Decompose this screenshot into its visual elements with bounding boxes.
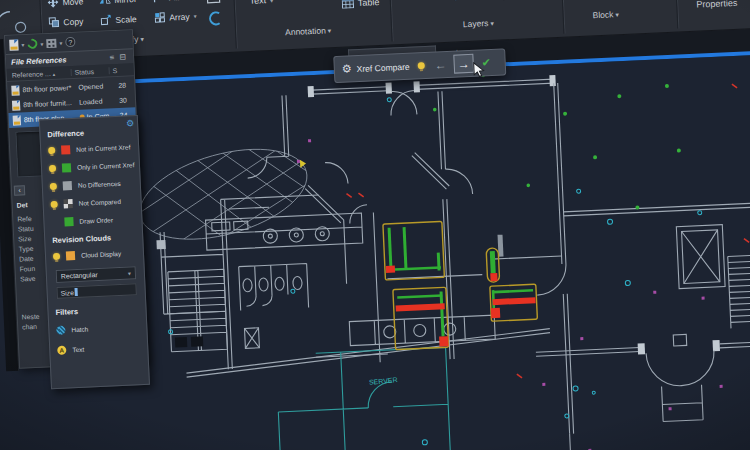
bulb-icon[interactable] (48, 147, 55, 154)
dwg-file-icon (12, 100, 20, 110)
detail-field-label: Save (20, 275, 36, 283)
ribbon-divider (560, 0, 564, 34)
table-label: Table (358, 0, 380, 7)
xref-compare-settings-panel: ⚙ Difference Not in Current Xref Only in… (39, 115, 150, 389)
xref-settings-gear-icon[interactable]: ⚙ (342, 63, 352, 74)
array-label: Array (169, 11, 190, 22)
details-header: Det (17, 201, 28, 208)
size-column-header[interactable]: S (108, 66, 133, 74)
scale-button[interactable]: Scale (100, 13, 137, 26)
fillet-label: Fillet (168, 0, 186, 2)
move-icon (47, 0, 58, 8)
table-icon (342, 0, 354, 9)
green-swatch (62, 163, 71, 172)
status-column-header[interactable]: Status (71, 67, 109, 76)
yellow-marker (300, 159, 306, 167)
xref-highlight-bulb-icon[interactable] (417, 62, 424, 69)
panel-gear-icon[interactable]: ⚙ (126, 118, 135, 128)
fillet-icon (153, 0, 164, 3)
array-icon (154, 12, 165, 23)
attach-dwg-icon[interactable] (9, 39, 18, 50)
modify-extra-icons[interactable] (205, 0, 223, 28)
detail-field-label: Statu (18, 225, 34, 233)
building-dropdown-chevron[interactable]: ▾ (59, 39, 62, 46)
screenshot-stage: Move Copy Mirror Scale Fillet▾ Array▾ Mo… (0, 0, 750, 450)
layer-properties-button[interactable]: Layer Properties (397, 0, 438, 2)
cloud-size-input[interactable]: Size (56, 283, 136, 299)
reference-column-header[interactable]: Reference ... ▴ (7, 69, 71, 79)
help-icon[interactable]: ? (65, 37, 75, 47)
red-swatch (61, 145, 70, 154)
revision-clouds (383, 217, 539, 350)
properties-panel-label[interactable]: Properties (696, 0, 737, 10)
palette-title: File References (11, 55, 67, 67)
bulb-icon[interactable] (51, 201, 58, 208)
xref-compare-title: Xref Compare (356, 61, 409, 73)
filter-row-hatch[interactable]: Hatch (56, 325, 88, 335)
cloud-bulb-icon[interactable] (53, 253, 60, 260)
scale-icon (100, 14, 111, 25)
mirror-icon (99, 0, 110, 6)
ribbon-divider (233, 0, 237, 49)
array-dropdown-chevron[interactable]: ▾ (193, 12, 196, 19)
collapse-button[interactable]: ‹ (14, 185, 25, 195)
text-dropdown-chevron[interactable]: ▾ (270, 0, 273, 3)
legend-row-only-in-current: Only in Current Xref (49, 160, 135, 173)
list-view-icon[interactable]: ≡ (109, 52, 116, 61)
previous-difference-button[interactable]: ← (434, 59, 447, 72)
scale-label: Scale (115, 14, 137, 25)
refresh-dropdown-chevron[interactable]: ▾ (40, 40, 43, 47)
mirror-button[interactable]: Mirror (99, 0, 137, 6)
diff-green-lines (387, 221, 535, 338)
walls (150, 66, 750, 450)
filter-row-text[interactable]: A Text (57, 345, 84, 355)
text-caret (75, 288, 78, 296)
legend-row-draw-order: Draw Order (64, 215, 113, 226)
move-button[interactable]: Move (47, 0, 83, 8)
attach-dropdown-chevron[interactable]: ▾ (21, 41, 24, 48)
legend-row-no-differences: No Differences (50, 179, 121, 191)
tree-view-icon[interactable]: ⊟ (119, 52, 128, 61)
text-filter-icon: A (57, 346, 66, 355)
table-button[interactable]: Table (342, 0, 380, 9)
gray-swatch (63, 181, 72, 190)
hatch-filter-icon (56, 326, 65, 335)
detail-field-label: Size (18, 235, 32, 243)
palette-note-line: chan (22, 323, 37, 331)
diff-red-marks (386, 259, 538, 349)
array-button[interactable]: Array▾ (154, 10, 197, 23)
copy-icon (48, 17, 59, 28)
difference-header: Difference (47, 129, 84, 140)
electrical-symbols (122, 62, 750, 450)
cloud-color-swatch[interactable] (66, 251, 75, 260)
layer-properties-label: Layer Properties (397, 0, 432, 2)
fillet-button[interactable]: Fillet▾ (153, 0, 193, 3)
bulb-icon[interactable] (50, 183, 57, 190)
revision-clouds-header: Revision Clouds (52, 233, 111, 245)
copy-label: Copy (63, 16, 83, 27)
draw-order-swatch (64, 217, 73, 226)
dwg-file-icon (13, 115, 21, 125)
legend-row-not-in-current: Not in Current Xref (48, 142, 131, 155)
layer-tools-icons[interactable] (443, 0, 554, 5)
ribbon-divider (674, 0, 678, 28)
detail-field-label: Foun (19, 265, 35, 273)
text-button[interactable]: Text▾ (249, 0, 273, 6)
bulb-icon[interactable] (49, 165, 56, 172)
cloud-display-row: Cloud Display (53, 249, 121, 261)
cloud-shape-dropdown[interactable]: Rectangular▾ (56, 266, 137, 283)
building-icon[interactable] (46, 38, 56, 47)
annotation-panel-label[interactable]: Annotation (285, 25, 332, 37)
next-difference-button[interactable]: → (453, 54, 474, 74)
layers-panel-label[interactable]: Layers (463, 18, 494, 29)
palette-note-line: Neste (22, 313, 40, 321)
autocad-window: Move Copy Mirror Scale Fillet▾ Array▾ Mo… (0, 0, 750, 450)
room-label: SERVER (369, 376, 398, 386)
mouse-cursor (473, 61, 487, 78)
filters-header: Filters (55, 307, 78, 317)
mirror-label: Mirror (114, 0, 137, 4)
copy-button[interactable]: Copy (48, 15, 83, 28)
refresh-icon[interactable] (25, 37, 39, 51)
ribbon-divider (388, 0, 392, 41)
block-panel-label[interactable]: Block (592, 9, 619, 20)
